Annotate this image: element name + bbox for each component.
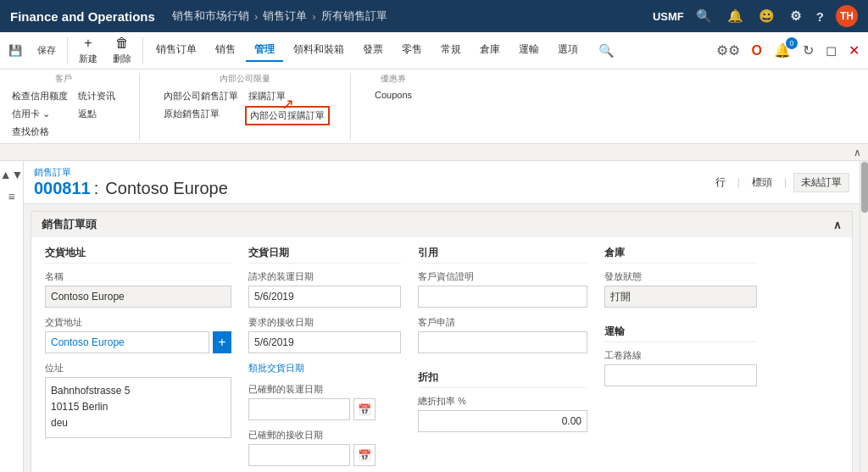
confirmed-ship-input[interactable]: [248, 398, 350, 420]
tab-sales-order[interactable]: 销售订单: [147, 39, 205, 62]
ribbon-new[interactable]: + 新建: [72, 32, 104, 69]
batch-date-group: 類批交貨日期: [248, 362, 401, 375]
release-status-input: [604, 286, 757, 308]
col-delivery-address: 交貨地址 名稱 交貨地址 + 位址: [45, 246, 231, 472]
avatar[interactable]: TH: [836, 5, 858, 27]
ribbon-save[interactable]: 保存: [31, 41, 63, 60]
coupon-group-title: 優惠券: [371, 73, 415, 86]
ribbon-delete[interactable]: 🗑 删除: [106, 32, 138, 69]
order-tab-header[interactable]: 標頭: [747, 174, 777, 192]
office-icon[interactable]: O: [748, 42, 765, 60]
tab-options[interactable]: 選項: [549, 39, 587, 62]
order-status: 未結訂單: [793, 173, 849, 192]
bell-icon[interactable]: 🔔: [724, 7, 747, 25]
batch-date-link[interactable]: 類批交貨日期: [248, 362, 401, 375]
search-ribbon-icon[interactable]: 🔍: [595, 42, 618, 60]
restore-icon[interactable]: ◻: [822, 41, 840, 60]
order-id[interactable]: 000811: [34, 179, 91, 198]
confirmed-receipt-input[interactable]: [248, 444, 350, 466]
breadcrumb-2[interactable]: 销售订单: [263, 8, 307, 24]
breadcrumb-1[interactable]: 销售和市场行销: [172, 8, 249, 24]
settings2-icon[interactable]: ⚙⚙: [713, 41, 743, 60]
statistics-btn[interactable]: 统计资讯: [75, 88, 119, 104]
req-ship-input[interactable]: [248, 286, 401, 308]
main-content: ▲▼ ≡ 銷售訂單 000811 : Contoso Europe 行 | 標頭…: [0, 161, 868, 472]
notification-badge-icon[interactable]: 🔔 0: [771, 41, 794, 60]
add-address-btn[interactable]: +: [213, 331, 231, 353]
discount-rate-input[interactable]: [418, 410, 587, 432]
tab-manage[interactable]: 管理: [246, 39, 283, 62]
delivery-address-title: 交貨地址: [45, 246, 231, 264]
name-field-group: 名稱: [45, 270, 231, 308]
close-ribbon-icon[interactable]: ✕: [845, 41, 863, 60]
address-input[interactable]: [45, 331, 209, 353]
route-input[interactable]: [604, 364, 757, 386]
confirmed-ship-cal-btn[interactable]: 📅: [353, 398, 376, 420]
refresh-icon[interactable]: ↻: [799, 41, 817, 60]
customer-req-input[interactable]: [418, 331, 587, 353]
collapse-ribbon-btn[interactable]: ∧: [854, 147, 861, 158]
confirmed-receipt-group: 已確郵的接收日期 📅: [248, 429, 401, 466]
interco-sales-order-btn[interactable]: 內部公司銷售訂單: [160, 88, 242, 104]
req-receipt-input[interactable]: [248, 331, 401, 353]
collapse-bar: ∧: [0, 144, 868, 161]
confirmed-ship-label: 已確郵的装運日期: [248, 383, 401, 396]
ribbon-tabs: 💾 保存 + 新建 🗑 删除 销售订单 销售 管理 領料和裝箱 發票 零售 常規…: [0, 32, 868, 69]
col-delivery-date: 交貨日期 請求的装運日期 要求的接收日期 類批交貨日期 已確郵的装運日期: [248, 246, 401, 472]
smiley-icon[interactable]: 😀: [755, 7, 778, 25]
help-icon[interactable]: ?: [813, 8, 827, 25]
confirmed-receipt-cal-btn[interactable]: 📅: [353, 444, 376, 466]
scroll-thumb[interactable]: [861, 162, 868, 213]
tab-transport[interactable]: 運輸: [510, 39, 548, 62]
req-ship-group: 請求的装運日期: [248, 270, 401, 308]
tab-invoice[interactable]: 發票: [354, 39, 392, 62]
coupon-group-items: Coupons: [371, 88, 415, 102]
original-sales-order-btn[interactable]: 原始銷售訂單: [160, 106, 242, 122]
name-label: 名稱: [45, 270, 231, 283]
tab-general[interactable]: 常規: [432, 39, 470, 62]
manage-ribbon: 客戶 检查信用额度 信用卡 ⌄ 查找价格 统计资讯 返點 內部公司限量 內部公司…: [0, 69, 868, 144]
manage-group-coupon: 優惠券 Coupons: [371, 73, 415, 102]
order-tabs: 行 | 標頭 | 未結訂單: [710, 173, 849, 192]
confirmed-ship-group: 已確郵的装運日期 📅: [248, 383, 401, 420]
discount-title: 折扣: [418, 370, 587, 388]
app-title: Finance and Operations: [10, 9, 155, 24]
order-company: Contoso Europe: [105, 179, 228, 198]
save-icon[interactable]: 💾: [5, 42, 25, 58]
credit-card-btn[interactable]: 信用卡 ⌄: [8, 106, 71, 122]
soh-section: 銷售訂單頭 ∧ 交貨地址 名稱 交貨地址 +: [31, 211, 853, 472]
search-icon[interactable]: 🔍: [693, 7, 715, 25]
address-field-group: 交貨地址 +: [45, 316, 231, 353]
breadcrumb-3: 所有销售訂單: [321, 8, 387, 24]
tab-warehouse[interactable]: 倉庫: [471, 39, 509, 62]
tab-sales[interactable]: 销售: [207, 39, 244, 62]
settings-icon[interactable]: ⚙: [787, 7, 804, 25]
customer-group-items: 检查信用额度 信用卡 ⌄ 查找价格 统计资讯 返點: [8, 88, 119, 140]
order-breadcrumb: 銷售訂單: [34, 166, 228, 179]
intercompany-group-title: 內部公司限量: [160, 73, 330, 86]
org-label: USMF: [653, 10, 684, 23]
coupons-btn[interactable]: Coupons: [371, 88, 415, 102]
check-credit-btn[interactable]: 检查信用额度: [8, 88, 71, 104]
customer-ref-input[interactable]: [418, 286, 587, 308]
order-tab-line[interactable]: 行: [710, 174, 731, 192]
find-price-btn[interactable]: 查找价格: [8, 124, 71, 140]
content-area: 銷售訂單 000811 : Contoso Europe 行 | 標頭 | 未結…: [24, 161, 860, 472]
col-reference: 引用 客戶資信證明 客戶申請 折扣 總折扣率 %: [418, 246, 587, 472]
route-group: 工卷路線: [604, 349, 757, 386]
section-header[interactable]: 銷售訂單頭 ∧: [31, 212, 852, 237]
delivery-date-title: 交貨日期: [248, 246, 401, 264]
return-points-btn[interactable]: 返點: [75, 106, 119, 122]
tab-pick-pack[interactable]: 領料和裝箱: [285, 39, 353, 62]
menu-icon[interactable]: ≡: [8, 190, 14, 203]
filter-icon[interactable]: ▲▼: [0, 168, 23, 181]
manage-group-customer: 客戶 检查信用额度 信用卡 ⌄ 查找价格 统计资讯 返點: [8, 73, 119, 140]
section-title: 銷售訂單頭: [42, 217, 97, 232]
scrollbar[interactable]: [860, 161, 868, 472]
discount-rate-group: 總折扣率 %: [418, 395, 587, 432]
name-input[interactable]: [45, 286, 231, 308]
col-warehouse: 倉庫 發放狀態 運輸 工卷路線: [604, 246, 757, 472]
confirmed-receipt-label: 已確郵的接收日期: [248, 429, 401, 441]
tab-retail[interactable]: 零售: [393, 39, 431, 62]
section-collapse-icon[interactable]: ∧: [833, 219, 842, 231]
